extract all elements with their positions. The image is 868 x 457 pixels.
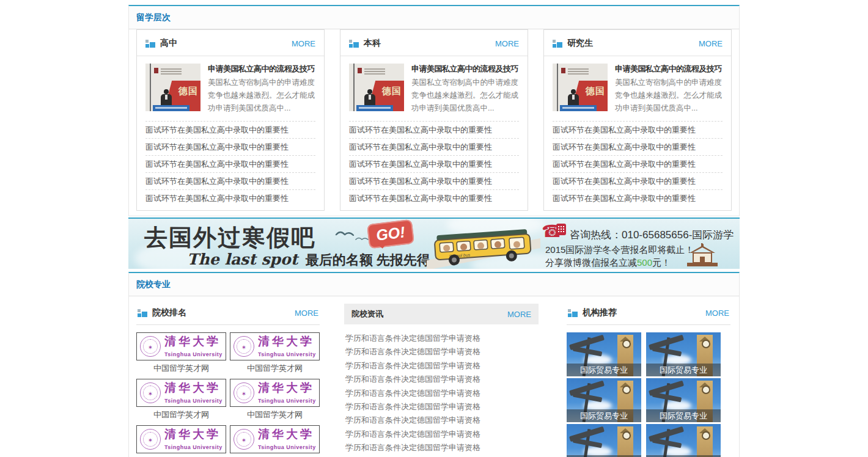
university-logo-item[interactable]: 清华大学 Tsinghua University 中国留学英才网	[230, 379, 320, 422]
card-highschool-header: 高中 MORE	[137, 30, 324, 56]
agency-photo-item[interactable]: 国际贸易专业	[567, 332, 641, 376]
news-header: 院校资讯 MORE	[344, 304, 539, 324]
logo-calligraphy: 清华大学	[258, 381, 314, 394]
blocks-icon	[568, 308, 578, 318]
logo-caption: 中国留学英才网	[136, 360, 226, 375]
card-title: 本科	[364, 38, 495, 49]
thumb-banner-text: 德国	[586, 86, 605, 97]
logo-caption: 中国留学英才网	[230, 407, 320, 422]
content-container: 留学层次 高中 MORE 德国	[128, 5, 740, 457]
news-link[interactable]: 学历和语言条件决定德国留学申请资格	[345, 359, 537, 373]
agencies-title: 机构推荐	[583, 307, 705, 318]
news-link[interactable]: 学历和语言条件决定德国留学申请资格	[345, 387, 537, 400]
logo-english-name: Tsinghua University	[258, 351, 316, 357]
more-link[interactable]: MORE	[507, 310, 531, 319]
discount-suffix: 元！	[652, 257, 671, 268]
university-logo-item[interactable]: 清华大学 Tsinghua University 中国留学英才网	[136, 379, 226, 422]
featured-description: 美国私立寄宿制高中的申请难度竞争也越来越激烈。怎么才能成功申请到美国优质高中..…	[615, 76, 723, 115]
hotline-text: 咨询热线：010-65685656-国际游学	[570, 228, 734, 242]
logo-calligraphy: 清华大学	[164, 381, 221, 394]
logo-caption: 中国留学英才网	[136, 453, 226, 457]
featured-title[interactable]: 申请美国私立高中的流程及技巧	[208, 64, 315, 75]
more-link[interactable]: MORE	[705, 309, 729, 318]
article-link[interactable]: 面试环节在美国私立高中录取中的重要性	[349, 138, 519, 155]
birds-icon	[335, 228, 369, 242]
blocks-icon	[349, 38, 359, 48]
news-link[interactable]: 学历和语言条件决定德国留学申请资格	[345, 332, 537, 345]
photo-caption: 国际贸易专业	[646, 364, 721, 376]
more-link[interactable]: MORE	[292, 39, 315, 48]
news-link[interactable]: 学历和语言条件决定德国留学申请资格	[345, 455, 537, 457]
more-link[interactable]: MORE	[699, 39, 723, 48]
rankings-title: 院校排名	[152, 307, 295, 318]
go-badge: GO!	[367, 219, 414, 249]
featured-text: 申请美国私立高中的流程及技巧 美国私立寄宿制高中的申请难度竞争也越来越激烈。怎么…	[411, 64, 519, 115]
winter-camp-banner[interactable]: 去国外过寒假吧 GO! The last spot 最后的名额 先报先得！	[128, 218, 740, 269]
agency-photo-item[interactable]: 国际贸易专业	[646, 332, 721, 376]
section-title-schools-majors: 院校专业	[129, 273, 739, 296]
article-link[interactable]: 面试环节在美国私立高中录取中的重要性	[145, 155, 315, 172]
agency-photo-item[interactable]: 国际贸易专业	[646, 378, 721, 422]
discount-prefix: 分享微博微信报名立减	[545, 257, 637, 268]
article-link[interactable]: 面试环节在美国私立高中录取中的重要性	[553, 155, 723, 172]
section-schools-majors: 院校专业 院校排名 MORE 清华大学 Tsinghua University	[128, 272, 740, 457]
news-link[interactable]: 学历和语言条件决定德国留学申请资格	[345, 441, 537, 455]
news-title: 院校资讯	[351, 309, 507, 320]
news-link[interactable]: 学历和语言条件决定德国留学申请资格	[345, 414, 537, 427]
news-link[interactable]: 学历和语言条件决定德国留学申请资格	[345, 373, 537, 386]
article-link[interactable]: 面试环节在美国私立高中录取中的重要性	[553, 172, 723, 189]
article-link[interactable]: 面试环节在美国私立高中录取中的重要性	[553, 189, 723, 207]
card-title: 高中	[160, 38, 292, 49]
featured-thumbnail[interactable]: 德国	[553, 64, 608, 111]
university-logo-item[interactable]: 清华大学 Tsinghua University 中国留学英才网	[136, 425, 226, 457]
logo-caption: 中国留学英才网	[230, 360, 320, 375]
tsinghua-logo: 清华大学 Tsinghua University	[230, 379, 320, 407]
featured-description: 美国私立寄宿制高中的申请难度竞争也越来越激烈。怎么才能成功申请到美国优质高中..…	[411, 76, 519, 115]
card-highschool: 高中 MORE 德国 申请美国私立高中的流程及技巧 美国私立寄宿制高中的申请	[136, 29, 325, 211]
news-link[interactable]: 学历和语言条件决定德国留学申请资格	[345, 428, 537, 441]
tagline-chinese: 最后的名额 先报先得！	[306, 252, 444, 268]
university-logo-item[interactable]: 清华大学 Tsinghua University 中国留学英才网	[230, 425, 320, 457]
article-link[interactable]: 面试环节在美国私立高中录取中的重要性	[349, 121, 519, 138]
logo-english-name: Tsinghua University	[258, 444, 316, 450]
agency-photo-item[interactable]: 国际贸易专业	[567, 378, 641, 422]
article-link[interactable]: 面试环节在美国私立高中录取中的重要性	[349, 155, 519, 172]
featured-thumbnail[interactable]: 德国	[349, 64, 404, 111]
column-agency-recommendations: 机构推荐 MORE 国际贸易专业 国际贸易专业	[567, 304, 730, 457]
article-link[interactable]: 面试环节在美国私立高中录取中的重要性	[145, 121, 315, 138]
news-link[interactable]: 学历和语言条件决定德国留学申请资格	[345, 345, 537, 359]
featured-title[interactable]: 申请美国私立高中的流程及技巧	[411, 64, 519, 75]
logo-english-name: Tsinghua University	[258, 398, 316, 404]
page: 留学层次 高中 MORE 德国	[0, 0, 868, 457]
section-title-study-levels: 留学层次	[129, 6, 739, 29]
tsinghua-logo: 清华大学 Tsinghua University	[136, 425, 226, 453]
agency-photo-item[interactable]: 国际贸易专业	[567, 424, 641, 457]
article-link[interactable]: 面试环节在美国私立高中录取中的重要性	[145, 189, 315, 207]
photo-caption: 国际贸易专业	[567, 364, 641, 376]
news-link[interactable]: 学历和语言条件决定德国留学申请资格	[345, 400, 537, 414]
tsinghua-logo: 清华大学 Tsinghua University	[136, 332, 226, 360]
article-link[interactable]: 面试环节在美国私立高中录取中的重要性	[145, 172, 315, 189]
article-link[interactable]: 面试环节在美国私立高中录取中的重要性	[145, 138, 315, 155]
article-link[interactable]: 面试环节在美国私立高中录取中的重要性	[349, 172, 519, 189]
article-link[interactable]: 面试环节在美国私立高中录取中的重要性	[553, 138, 723, 155]
featured-title[interactable]: 申请美国私立高中的流程及技巧	[615, 64, 723, 75]
agency-photo-item[interactable]: 国际贸易专业	[646, 424, 721, 457]
article-link[interactable]: 面试环节在美国私立高中录取中的重要性	[349, 189, 519, 207]
featured-thumbnail[interactable]: 德国	[145, 64, 200, 111]
university-logo-item[interactable]: 清华大学 Tsinghua University 中国留学英才网	[136, 332, 226, 375]
banner-tagline: The last spot 最后的名额 先报先得！	[187, 250, 444, 269]
logo-caption: 中国留学英才网	[230, 453, 320, 457]
blocks-icon	[145, 38, 155, 48]
column-school-news: 院校资讯 MORE 学历和语言条件决定德国留学申请资格学历和语言条件决定德国留学…	[344, 304, 539, 457]
thumb-banner-text: 德国	[178, 86, 198, 97]
news-link-list: 学历和语言条件决定德国留学申请资格学历和语言条件决定德国留学申请资格学历和语言条…	[344, 331, 539, 457]
university-logo-item[interactable]: 清华大学 Tsinghua University 中国留学英才网	[230, 332, 320, 375]
article-link[interactable]: 面试环节在美国私立高中录取中的重要性	[553, 121, 723, 138]
card-title: 研究生	[567, 38, 699, 49]
banner-headline: 去国外过寒假吧	[144, 222, 315, 254]
more-link[interactable]: MORE	[495, 39, 519, 48]
more-link[interactable]: MORE	[295, 309, 318, 318]
rankings-header: 院校排名 MORE	[136, 304, 320, 325]
logo-caption: 中国留学英才网	[136, 407, 226, 422]
